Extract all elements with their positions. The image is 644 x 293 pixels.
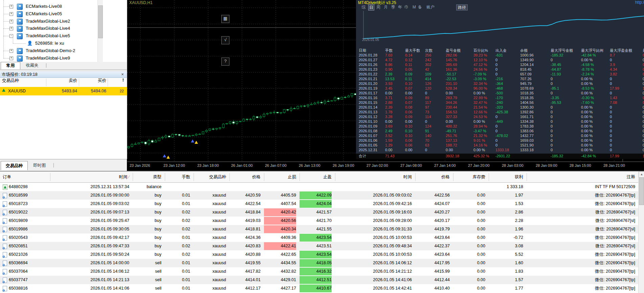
- stats-row: 2026.01.170.000.0000.000.00 %-5001018.35…: [359, 91, 644, 95]
- profit: 1.60: [489, 259, 523, 267]
- expand-icon[interactable]: +: [9, 12, 13, 16]
- tree-item-trademaxglobal-demo-2[interactable]: +TradeMaxGlobal-Demo-2: [0, 47, 127, 54]
- menu-item-0[interactable]: 综: [361, 4, 366, 10]
- col-bid[interactable]: 卖价: [58, 78, 77, 84]
- orders-col-header-5[interactable]: 价格: [229, 172, 261, 182]
- time-tick: 28 Jan 03:00: [502, 163, 524, 167]
- stats-row: 2026.01.268.860.11302385.6947.12 %01204.…: [359, 62, 644, 67]
- expand-icon[interactable]: +: [9, 57, 13, 60]
- col-ask[interactable]: 买价: [87, 78, 106, 84]
- col-separator: [108, 78, 108, 86]
- tab-tick-chart[interactable]: 即时图: [28, 161, 51, 170]
- open-price: [229, 183, 261, 191]
- orders-col-header-9[interactable]: 价格: [415, 172, 450, 182]
- expand-icon[interactable]: +: [9, 49, 13, 53]
- order-row-65020851[interactable]: 650208512026.01.05 09:47:33buy0.02xauusd…: [0, 242, 639, 250]
- menu-item-3[interactable]: 月: [383, 4, 388, 10]
- menu-item-4[interactable]: 季: [391, 4, 396, 10]
- take-profit: 4423.51: [299, 242, 332, 250]
- order-id: 65019022: [9, 208, 28, 217]
- order-row-64880298[interactable]: 648802982025.12.31 13:57:34balance1 333.…: [0, 183, 639, 191]
- profit: 1.97: [489, 191, 523, 200]
- pattern-button[interactable]: ▦: [221, 15, 229, 23]
- orders-col-header-4[interactable]: 交易品种: [194, 172, 226, 182]
- tree-scrollbar-thumb[interactable]: [98, 5, 103, 38]
- orders-scrollbar-thumb[interactable]: [639, 177, 644, 205]
- time-tick: 26 Jan 13:00: [299, 163, 320, 167]
- order-row-65020543[interactable]: 650205432026.01.05 09:42:17buy0.01xauusd…: [0, 233, 639, 242]
- expand-icon[interactable]: +: [9, 5, 13, 8]
- orders-col-header-1[interactable]: 时间 ∕: [50, 172, 129, 182]
- profit: 1.83: [489, 267, 523, 276]
- balance-icon: [3, 184, 7, 190]
- stats-col-header: 次数: [425, 48, 446, 53]
- lots: 0.01: [165, 191, 190, 200]
- order-row-65019022[interactable]: 650190222026.01.05 09:07:13buy0.02xauusd…: [0, 208, 639, 217]
- close-icon[interactable]: ×: [120, 71, 125, 78]
- expand-icon[interactable]: +: [9, 20, 13, 23]
- orders-col-header-10[interactable]: 库存费: [453, 172, 485, 182]
- orders-col-header-6[interactable]: 止损: [264, 172, 296, 182]
- order-row-65021026[interactable]: 650210262026.01.05 09:50:24buy0.02xauusd…: [0, 250, 639, 259]
- menu-item-6[interactable]: 巾: [404, 4, 409, 10]
- orders-col-header-0[interactable]: 订单: [3, 172, 11, 182]
- tree-item-trademaxglobal-live4[interactable]: +TradeMaxGlobal-Live4: [0, 25, 127, 32]
- tree-item-ecmarkets-live08[interactable]: +ECMarkets-Live08: [0, 3, 127, 10]
- menu-item-8[interactable]: 备: [417, 4, 423, 10]
- order-row-65037064[interactable]: 650370642026.01.05 14:06:12sell0.01xauus…: [0, 267, 639, 276]
- orders-col-header-11[interactable]: 获利: [489, 172, 523, 182]
- tree-item-trademaxglobal-live9[interactable]: +TradeMaxGlobal-Live9: [0, 54, 127, 62]
- expand-icon[interactable]: +: [9, 27, 13, 30]
- market-watch-row-xauusd[interactable]: XAUUSD 5493.84 5494.06 22: [0, 87, 127, 95]
- orders-col-header-7[interactable]: 止盈: [299, 172, 332, 182]
- orders-col-header-2[interactable]: 类型: [133, 172, 161, 182]
- close-time: 2026.01.05 14:42:41: [335, 284, 412, 293]
- mt4-terminal-window: +ECMarkets-Live08+ECMarkets-Live05+Trade…: [0, 0, 644, 293]
- close-time: 2026.01.05 09:31:33: [335, 225, 412, 233]
- order-row-65038816[interactable]: 650388162026.01.05 14:41:06sell0.01xauus…: [0, 284, 639, 293]
- stats-row: 2026.01.230.900.0542161.3624.56 %0818.45…: [359, 67, 644, 72]
- order-row-65018599[interactable]: 650185992026.01.05 09:00:00buy0.01xauusd…: [0, 191, 639, 200]
- panel-url[interactable]: http://mt4driver.cn: [635, 0, 644, 5]
- order-type: sell: [133, 284, 161, 293]
- menu-item-7[interactable]: M: [412, 4, 417, 10]
- candlestick-chart[interactable]: XAUUSD,H1 5585.705510.705435.705360.7052…: [127, 0, 644, 171]
- orders-col-header-3[interactable]: 手数: [165, 172, 190, 182]
- order-type: balance: [133, 183, 161, 191]
- menu-item-9[interactable]: 账户: [426, 4, 435, 10]
- tab-symbols[interactable]: 交易品种: [1, 161, 28, 170]
- tree-item-ecmarkets-live05[interactable]: +ECMarkets-Live05: [0, 10, 127, 18]
- order-row-65019809[interactable]: 650198092026.01.05 09:25:47buy0.02xauusd…: [0, 217, 639, 225]
- open-time: 2026.01.05 14:41:06: [50, 284, 129, 293]
- tree-item-trademaxglobal-live5[interactable]: -TradeMaxGlobal-Live5: [0, 32, 127, 40]
- profit: 1.77: [489, 284, 523, 293]
- tree-item-trademaxglobal-live2[interactable]: +TradeMaxGlobal-Live2: [0, 18, 127, 25]
- lots: 0.02: [165, 217, 190, 225]
- order-row-65037747[interactable]: 650377472026.01.05 14:21:13sell0.01xauus…: [0, 276, 639, 284]
- navigator-tabs: 常用 收藏夹: [0, 62, 127, 70]
- profit: 2.28: [489, 217, 523, 225]
- order-row-65018723[interactable]: 650187232026.01.05 09:03:02buy0.01xauusd…: [0, 200, 639, 208]
- path-button[interactable]: 路径: [456, 4, 468, 10]
- help-button[interactable]: ?: [221, 58, 229, 66]
- symbol: xauusd: [194, 259, 226, 267]
- col-symbol[interactable]: 交易品种: [2, 78, 19, 84]
- order-row-65019986[interactable]: 650199862026.01.05 09:30:05buy0.02xauusd…: [0, 225, 639, 233]
- menu-item-5[interactable]: 年: [397, 4, 403, 10]
- scroll-up-icon[interactable]: ▲: [639, 172, 644, 178]
- tab-favorites[interactable]: 收藏夹: [21, 62, 43, 69]
- tree-scrollbar[interactable]: [97, 0, 103, 62]
- account-tree[interactable]: +ECMarkets-Live08+ECMarkets-Live05+Trade…: [0, 0, 127, 62]
- menu-item-1[interactable]: 日: [368, 4, 374, 10]
- col-spread[interactable]: !: [119, 78, 124, 83]
- orders-col-header-12[interactable]: 注释: [527, 172, 635, 182]
- menu-item-2[interactable]: 周: [376, 4, 381, 10]
- orders-col-header-8[interactable]: 时间: [335, 172, 412, 182]
- tab-common[interactable]: 常用: [1, 62, 20, 69]
- order-row-65036694[interactable]: 650366942026.01.05 14:00:00sell0.01xauus…: [0, 259, 639, 267]
- check-button[interactable]: √: [221, 36, 229, 44]
- stop-loss: 4420.42: [264, 208, 296, 217]
- comment: 微信: 2026904767[tp]: [527, 276, 635, 284]
- orders-scrollbar[interactable]: ▲: [638, 172, 644, 293]
- tree-item-5269858-le-xu[interactable]: 👤5269858: le xu: [0, 40, 127, 47]
